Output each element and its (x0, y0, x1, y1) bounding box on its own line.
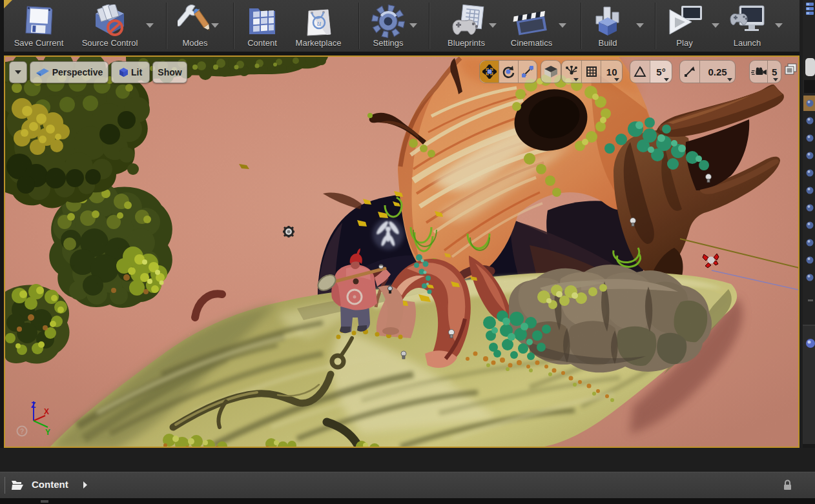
svg-text:u: u (317, 18, 322, 28)
